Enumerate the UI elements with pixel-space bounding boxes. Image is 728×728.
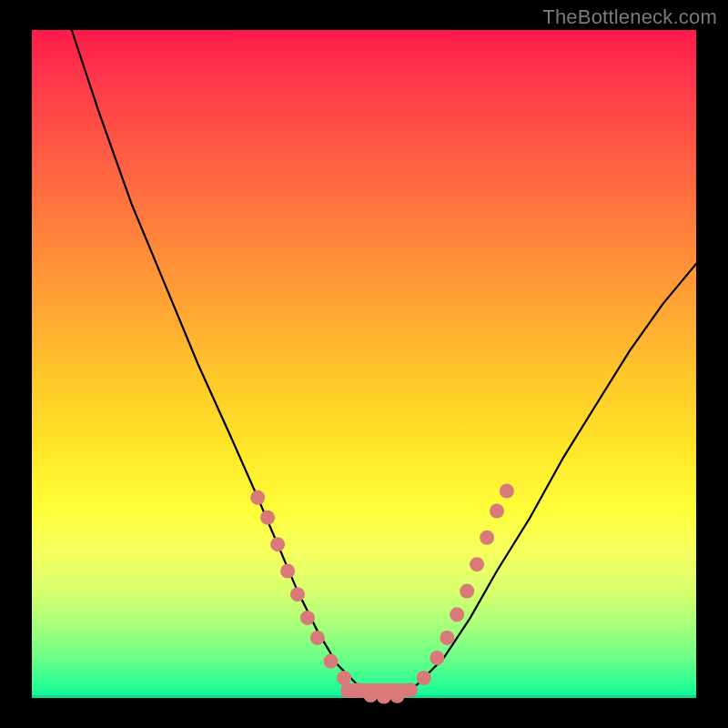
plot-area	[32, 30, 696, 698]
salmon-dot	[250, 490, 265, 505]
chart-frame: TheBottleneck.com	[0, 0, 728, 728]
salmon-dot	[390, 689, 405, 703]
salmon-dot	[403, 682, 418, 697]
salmon-dot	[500, 484, 514, 499]
salmon-dots-group	[250, 484, 514, 704]
salmon-dot	[337, 671, 351, 685]
salmon-dot	[280, 564, 295, 579]
salmon-dot	[440, 631, 454, 645]
salmon-dot	[300, 611, 315, 625]
chart-svg	[32, 30, 696, 698]
salmon-dot	[310, 631, 325, 645]
salmon-dot	[290, 587, 305, 602]
salmon-dot	[470, 557, 484, 571]
salmon-dot	[270, 537, 285, 551]
salmon-dot	[450, 607, 464, 622]
salmon-dot	[490, 504, 504, 519]
bottleneck-curve	[72, 30, 696, 698]
salmon-dot	[430, 651, 444, 665]
salmon-dot	[377, 690, 391, 704]
watermark-text: TheBottleneck.com	[542, 5, 717, 29]
salmon-dot	[260, 511, 275, 525]
salmon-dot	[363, 688, 378, 703]
salmon-dot	[350, 682, 365, 697]
salmon-dot	[460, 584, 474, 599]
salmon-dot	[417, 671, 431, 685]
salmon-dot	[324, 654, 339, 669]
salmon-dot	[480, 531, 494, 545]
